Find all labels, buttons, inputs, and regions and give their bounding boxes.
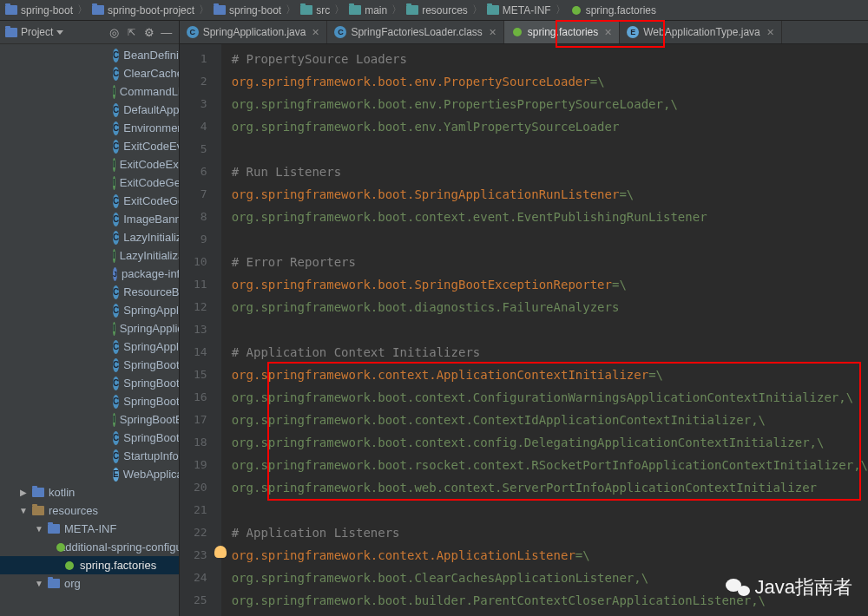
- tree-item-label: LazyInitializationE: [120, 249, 179, 262]
- tree-file-item[interactable]: CEnvironmentCon: [0, 119, 179, 137]
- tree-file-item[interactable]: CSpringBootVersio: [0, 429, 179, 447]
- tree-item-label: META-INF: [64, 522, 116, 535]
- tree-file-item[interactable]: CLazyInitializationB: [0, 228, 179, 246]
- code-line[interactable]: org.springframework.boot.rsocket.context…: [232, 454, 868, 476]
- code-line[interactable]: org.springframework.boot.web.context.Ser…: [232, 476, 868, 499]
- tree-file-item[interactable]: CSpringBootExcep: [0, 392, 179, 410]
- close-tab-icon[interactable]: ✕: [489, 27, 496, 38]
- tree-folder-item[interactable]: ▼resources: [0, 501, 179, 520]
- code-line[interactable]: # Run Listeners: [232, 161, 868, 183]
- breadcrumb-item[interactable]: META-INF: [487, 4, 551, 16]
- code-line[interactable]: org.springframework.boot.context.Context…: [232, 409, 868, 431]
- tree-file-item[interactable]: CExitCodeGenerato: [0, 192, 179, 210]
- tree-file-item[interactable]: ILazyInitializationE: [0, 246, 179, 265]
- line-number: 14: [180, 341, 221, 364]
- tree-item-label: SpringBootExcep: [120, 413, 179, 426]
- tree-file-item[interactable]: EWebApplicationTy: [0, 465, 179, 483]
- tree-file-item[interactable]: CStartupInfoLogge: [0, 447, 179, 465]
- line-number: 10: [180, 251, 221, 273]
- code-line[interactable]: org.springframework.boot.context.event.E…: [232, 206, 868, 228]
- tree-file-item[interactable]: CSpringBootBanne: [0, 356, 179, 374]
- editor-tab[interactable]: CSpringFactoriesLoader.class✕: [327, 21, 503, 43]
- tree-folder-item[interactable]: ▼org: [0, 574, 179, 593]
- code-line[interactable]: org.springframework.boot.SpringApplicati…: [232, 183, 868, 206]
- code-line[interactable]: [232, 228, 868, 251]
- code-line[interactable]: org.springframework.boot.diagnostics.Fai…: [232, 296, 868, 318]
- class-icon: C: [113, 140, 119, 154]
- gear-icon[interactable]: [142, 25, 156, 39]
- code-line[interactable]: org.springframework.boot.context.config.…: [232, 431, 868, 454]
- class-icon: C: [113, 358, 119, 372]
- expand-chevron-icon[interactable]: ▼: [35, 579, 43, 588]
- code-line[interactable]: org.springframework.boot.SpringBootExcep…: [232, 273, 868, 296]
- tree-file-item[interactable]: IExitCodeExceptio: [0, 155, 179, 174]
- editor-tab[interactable]: spring.factories✕: [504, 21, 620, 43]
- breadcrumb-item[interactable]: spring-boot-project: [92, 4, 194, 16]
- code-line[interactable]: org.springframework.boot.env.PropertiesP…: [232, 93, 868, 115]
- code-line[interactable]: # PropertySource Loaders: [232, 48, 868, 70]
- code-line[interactable]: # Application Listeners: [232, 521, 868, 544]
- breadcrumb-item[interactable]: spring.factories: [570, 4, 656, 16]
- tree-folder-item[interactable]: ▼META-INF: [0, 520, 179, 538]
- tree-file-item[interactable]: CDefaultApplication: [0, 101, 179, 119]
- close-tab-icon[interactable]: ✕: [766, 27, 774, 38]
- code-line[interactable]: org.springframework.boot.env.YamlPropert…: [232, 115, 868, 138]
- tree-file-item[interactable]: CSpringBootConfig: [0, 374, 179, 392]
- code-content[interactable]: # PropertySource Loadersorg.springframew…: [221, 44, 868, 616]
- tab-label: SpringApplication.java: [203, 26, 306, 38]
- close-tab-icon[interactable]: ✕: [604, 27, 612, 38]
- tree-file-item[interactable]: CExitCodeEvent: [0, 137, 179, 155]
- tree-file-item[interactable]: CImageBanner: [0, 210, 179, 228]
- tab-label: WebApplicationType.java: [643, 26, 760, 38]
- breadcrumb-item[interactable]: spring-boot: [5, 4, 73, 16]
- tree-file-item[interactable]: CBeanDefinitionLo: [0, 46, 179, 64]
- tree-item-label: ExitCodeExceptio: [120, 158, 179, 171]
- tree-file-item[interactable]: ISpringBootExcep: [0, 410, 179, 429]
- code-line[interactable]: org.springframework.context.ApplicationL…: [232, 544, 868, 567]
- close-tab-icon[interactable]: ✕: [312, 27, 319, 38]
- tree-item-label: ImageBanner: [123, 213, 178, 226]
- select-opened-file-icon[interactable]: [108, 25, 122, 39]
- editor-body: 1234567891011121314151617181920212223242…: [180, 44, 868, 616]
- code-line[interactable]: [232, 499, 868, 521]
- hide-panel-icon[interactable]: [160, 25, 174, 39]
- line-number: 9: [180, 228, 221, 251]
- line-number: 6: [180, 161, 221, 183]
- tree-file-item[interactable]: CClearCachesApplic: [0, 64, 179, 82]
- collapse-all-icon[interactable]: [125, 25, 139, 39]
- tree-file-item[interactable]: IExitCodeGenerato: [0, 174, 179, 192]
- expand-chevron-icon[interactable]: ▶: [19, 488, 28, 497]
- code-line[interactable]: # Error Reporters: [232, 251, 868, 273]
- tree-file-item[interactable]: CSpringApplication: [0, 301, 179, 319]
- code-line[interactable]: [232, 318, 868, 341]
- tree-item-label: WebApplicationTy: [123, 468, 179, 481]
- intention-bulb-icon[interactable]: [214, 546, 227, 558]
- tree-folder-item[interactable]: spring.factories: [0, 556, 179, 574]
- code-line[interactable]: org.springframework.context.ApplicationC…: [232, 364, 868, 386]
- editor-tab[interactable]: CSpringApplication.java✕: [180, 21, 328, 43]
- tree-folder-item[interactable]: ▶kotlin: [0, 483, 179, 501]
- expand-chevron-icon[interactable]: ▼: [35, 524, 43, 534]
- editor-tab[interactable]: EWebApplicationType.java✕: [620, 21, 782, 43]
- expand-chevron-icon[interactable]: ▼: [19, 506, 28, 515]
- tree-item-label: SpringBootVersio: [123, 431, 178, 444]
- project-view-selector[interactable]: Project: [5, 26, 63, 38]
- project-tree[interactable]: CBeanDefinitionLoCClearCachesApplicIComm…: [0, 44, 179, 616]
- code-line[interactable]: # Application Context Initializers: [232, 341, 868, 364]
- tree-file-item[interactable]: ISpringApplication: [0, 319, 179, 337]
- breadcrumb-item[interactable]: main: [349, 4, 387, 16]
- tree-item-label: SpringApplication: [123, 340, 178, 353]
- code-line[interactable]: org.springframework.boot.context.Configu…: [232, 386, 868, 409]
- breadcrumb-item[interactable]: spring-boot: [214, 4, 281, 16]
- tree-file-item[interactable]: CSpringApplication: [0, 337, 179, 356]
- breadcrumb-item[interactable]: src: [300, 4, 330, 16]
- tree-folder-item[interactable]: additional-spring-configu: [0, 538, 179, 556]
- chevron-down-icon: [56, 30, 63, 35]
- code-line[interactable]: org.springframework.boot.env.PropertySou…: [232, 70, 868, 93]
- tree-file-item[interactable]: Jpackage-info.java: [0, 265, 179, 283]
- tree-file-item[interactable]: ICommandLineRu: [0, 82, 179, 101]
- tree-file-item[interactable]: CResourceBanner: [0, 283, 179, 301]
- code-line[interactable]: [232, 138, 868, 161]
- breadcrumb-item[interactable]: resources: [406, 4, 468, 16]
- tree-item-label: SpringBootBanne: [123, 358, 178, 371]
